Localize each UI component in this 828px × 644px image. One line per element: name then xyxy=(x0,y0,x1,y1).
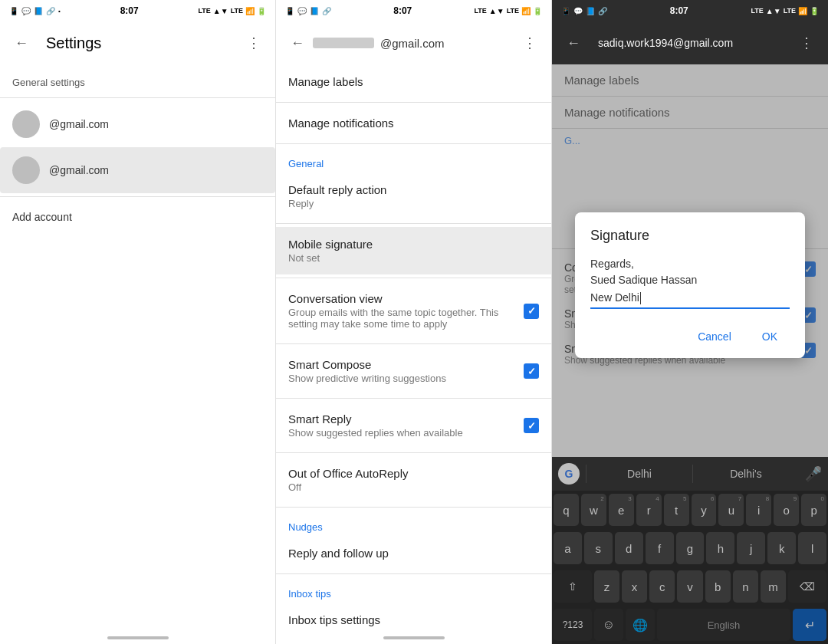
smart-compose-item[interactable]: Smart Compose Show predictive writing su… xyxy=(276,347,551,395)
inbox-tips-section-header: Inbox tips xyxy=(276,577,551,603)
lte-icon-2: LTE xyxy=(231,7,243,15)
out-of-office-title: Out of Office AutoReply xyxy=(288,467,539,480)
back-button-2[interactable]: ← xyxy=(282,28,313,58)
menu-button-2[interactable]: ⋮ xyxy=(514,28,545,58)
divider-6 xyxy=(276,278,551,278)
time-1: 8:07 xyxy=(120,5,139,16)
out-of-office-subtitle: Off xyxy=(288,481,539,493)
status-icons-left-3: 📱 💬 📘 🔗 xyxy=(561,7,607,15)
dialog-title: Signature xyxy=(590,228,790,244)
blurred-email-prefix xyxy=(313,38,374,48)
signal-icon-4: 📶 xyxy=(521,7,531,15)
account-item-1[interactable]: @gmail.com xyxy=(0,101,275,147)
link-icon-3: 🔗 xyxy=(598,7,607,15)
status-bar-1: 📱 💬 📘 🔗 • 8:07 LTE ▲▼ LTE 📶 🔋 xyxy=(0,0,275,21)
toolbar-3: ← sadiq.work1994@gmail.com ⋮ xyxy=(552,21,828,64)
account-email-1: @gmail.com xyxy=(49,118,109,130)
account-item-2[interactable]: @gmail.com xyxy=(0,147,275,193)
bottom-bar-2 xyxy=(383,636,445,639)
reply-followup-item[interactable]: Reply and follow up xyxy=(276,536,551,570)
signature-line1: Regards, xyxy=(590,256,790,272)
smart-compose-checkbox[interactable] xyxy=(524,363,539,379)
dialog-body: Regards, Sued Sadique Hassan New Delhi xyxy=(590,256,790,315)
page-title-3: sadiq.work1994@gmail.com xyxy=(598,37,733,49)
manage-notifications-title: Manage notifications xyxy=(288,117,539,130)
panel1-settings: 📱 💬 📘 🔗 • 8:07 LTE ▲▼ LTE 📶 🔋 ← Settings… xyxy=(0,0,276,644)
email-at-domain: @gmail.com xyxy=(380,37,445,50)
smart-reply-subtitle: Show suggested replies when available xyxy=(288,427,524,439)
status-icons-right-3: LTE ▲▼ LTE 📶 🔋 xyxy=(751,7,819,15)
smart-reply-item[interactable]: Smart Reply Show suggested replies when … xyxy=(276,402,551,449)
link-icon-2: 🔗 xyxy=(322,7,331,15)
smart-compose-title: Smart Compose xyxy=(288,358,524,371)
avatar-1 xyxy=(12,110,40,138)
out-of-office-item[interactable]: Out of Office AutoReply Off xyxy=(276,456,551,504)
signature-dialog: Signature Regards, Sued Sadique Hassan N… xyxy=(575,212,805,358)
whatsapp-icon-2: 💬 xyxy=(297,7,307,15)
lte-icon-5: LTE xyxy=(751,7,764,15)
divider-1 xyxy=(0,97,275,98)
back-button-3[interactable]: ← xyxy=(558,28,589,58)
link-icon: 🔗 xyxy=(46,7,55,15)
general-section-header: General xyxy=(276,147,551,172)
divider-8 xyxy=(276,398,551,399)
signal-icon-6: 📶 xyxy=(798,7,807,15)
conversation-view-checkbox[interactable] xyxy=(524,304,539,319)
back-button-1[interactable]: ← xyxy=(6,28,37,58)
settings-content-1: General settings @gmail.com @gmail.com A… xyxy=(0,64,275,234)
default-reply-subtitle: Reply xyxy=(288,198,539,209)
divider-4 xyxy=(276,143,551,144)
reply-followup-title: Reply and follow up xyxy=(288,547,539,560)
conversation-view-title: Conversation view xyxy=(288,292,524,305)
cancel-button[interactable]: Cancel xyxy=(685,324,744,349)
toolbar-1: ← Settings ⋮ xyxy=(0,21,275,64)
panel3-signature-dialog: 📱 💬 📘 🔗 8:07 LTE ▲▼ LTE 📶 🔋 ← sadiq.work… xyxy=(552,0,828,644)
dialog-overlay: Signature Regards, Sued Sadique Hassan N… xyxy=(552,64,828,644)
phone-icon: 📱 xyxy=(9,7,18,15)
lte-icon-3: LTE xyxy=(475,7,487,15)
status-icons-right-2: LTE ▲▼ LTE 📶 🔋 xyxy=(475,7,542,15)
smart-reply-checkbox[interactable] xyxy=(524,418,539,433)
divider-2 xyxy=(0,196,275,197)
status-bar-3: 📱 💬 📘 🔗 8:07 LTE ▲▼ LTE 📶 🔋 xyxy=(552,0,828,21)
inbox-tips-title: Inbox tips settings xyxy=(288,613,539,626)
mobile-signature-item[interactable]: Mobile signature Not set xyxy=(276,227,551,274)
facebook-icon-3: 📘 xyxy=(586,7,595,15)
signal-icon-3: ▲▼ xyxy=(489,7,504,15)
battery-icon-3: 🔋 xyxy=(810,7,819,15)
time-3: 8:07 xyxy=(670,5,688,16)
mobile-signature-subtitle: Not set xyxy=(288,252,539,264)
conversation-view-item[interactable]: Conversation view Group emails with the … xyxy=(276,281,551,340)
status-bar-2: 📱 💬 📘 🔗 8:07 LTE ▲▼ LTE 📶 🔋 xyxy=(276,0,551,21)
avatar-2 xyxy=(12,156,40,184)
manage-labels-item[interactable]: Manage labels xyxy=(276,64,551,99)
lte-icon-6: LTE xyxy=(784,7,796,15)
signal-icon-2: 📶 xyxy=(245,7,255,15)
add-account-button[interactable]: Add account xyxy=(0,200,275,234)
status-icons-left-2: 📱 💬 📘 🔗 xyxy=(285,7,331,15)
time-2: 8:07 xyxy=(393,5,412,16)
whatsapp-icon: 💬 xyxy=(21,7,31,15)
ok-button[interactable]: OK xyxy=(750,324,790,349)
signature-line2: Sued Sadique Hassan xyxy=(590,272,790,288)
divider-9 xyxy=(276,452,551,453)
divider-7 xyxy=(276,343,551,344)
inbox-tips-item[interactable]: Inbox tips settings xyxy=(276,603,551,637)
menu-button-3[interactable]: ⋮ xyxy=(791,28,822,58)
facebook-icon: 📘 xyxy=(34,7,43,15)
menu-button-1[interactable]: ⋮ xyxy=(238,28,269,58)
manage-notifications-item[interactable]: Manage notifications xyxy=(276,106,551,140)
divider-3 xyxy=(276,102,551,103)
conversation-view-subtitle: Group emails with the same topic togethe… xyxy=(288,307,524,330)
mobile-signature-title: Mobile signature xyxy=(288,238,539,251)
lte-icon-1: LTE xyxy=(199,7,211,15)
phone-icon-3: 📱 xyxy=(561,7,570,15)
signature-line3: New Delhi xyxy=(590,290,639,306)
default-reply-title: Default reply action xyxy=(288,183,539,196)
panel3-background: Manage labels Manage notifications G... … xyxy=(552,64,828,644)
default-reply-item[interactable]: Default reply action Reply xyxy=(276,172,551,220)
account-email-2: @gmail.com xyxy=(49,164,109,176)
settings-scroll-2[interactable]: Manage labels Manage notifications Gener… xyxy=(276,64,551,644)
section-label-general: General settings xyxy=(0,64,275,94)
dialog-actions: Cancel OK xyxy=(590,315,790,358)
